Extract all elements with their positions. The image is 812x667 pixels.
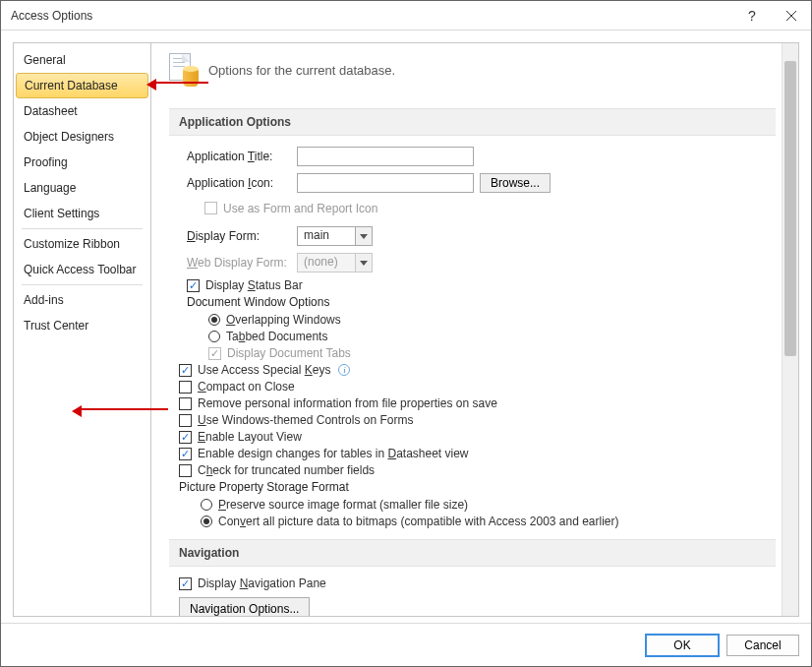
radio-icon <box>208 314 220 326</box>
checkbox-box-icon <box>179 464 192 477</box>
sidebar-item-client-settings[interactable]: Client Settings <box>14 201 150 226</box>
use-access-special-keys-checkbox[interactable]: Use Access Special Keys i <box>179 363 776 377</box>
category-sidebar: General Current Database Datasheet Objec… <box>13 42 150 617</box>
convert-to-bitmaps-radio[interactable]: Convert all picture data to bitmaps (com… <box>201 515 776 528</box>
checkbox-box-icon <box>179 431 192 444</box>
window-title: Access Options <box>11 9 732 23</box>
use-access-special-keys-label: Use Access Special Keys <box>198 363 330 377</box>
enable-design-changes-checkbox[interactable]: Enable design changes for tables in Data… <box>179 447 776 460</box>
sidebar-item-trust-center[interactable]: Trust Center <box>14 313 150 338</box>
chevron-down-icon <box>355 254 372 272</box>
section-navigation: Navigation <box>169 539 776 567</box>
display-document-tabs-checkbox: Display Document Tabs <box>208 346 768 360</box>
preserve-source-format-label: Preserve source image format (smaller fi… <box>218 498 468 512</box>
sidebar-item-datasheet[interactable]: Datasheet <box>14 98 150 124</box>
application-title-label: Application Title: <box>187 150 297 163</box>
convert-to-bitmaps-label: Convert all picture data to bitmaps (com… <box>218 515 619 528</box>
checkbox-box-icon <box>204 202 217 214</box>
compact-on-close-checkbox[interactable]: Compact on Close <box>179 380 776 394</box>
application-icon-label: Application Icon: <box>187 176 297 190</box>
titlebar: Access Options ? <box>1 1 811 30</box>
database-options-icon <box>169 53 197 87</box>
sidebar-item-customize-ribbon[interactable]: Customize Ribbon <box>14 231 150 257</box>
sidebar-item-current-database[interactable]: Current Database <box>16 73 148 98</box>
content-wrap: Options for the current database. Applic… <box>150 42 799 617</box>
checkbox-box-icon <box>179 577 192 590</box>
application-icon-input[interactable] <box>297 173 474 193</box>
remove-personal-info-checkbox[interactable]: Remove personal information from file pr… <box>179 396 776 410</box>
display-status-bar-label: Display Status Bar <box>205 278 303 292</box>
display-navigation-pane-checkbox[interactable]: Display Navigation Pane <box>179 576 776 590</box>
remove-personal-info-label: Remove personal information from file pr… <box>198 396 497 410</box>
info-icon[interactable]: i <box>338 364 350 376</box>
sidebar-item-object-designers[interactable]: Object Designers <box>14 124 150 150</box>
radio-icon <box>208 331 220 342</box>
checkbox-box-icon <box>179 397 192 410</box>
sidebar-item-add-ins[interactable]: Add-ins <box>14 287 150 313</box>
radio-icon <box>201 515 212 527</box>
dialog-footer: OK Cancel <box>1 623 811 666</box>
page-header: Options for the current database. <box>169 53 776 87</box>
chevron-down-icon <box>355 227 372 245</box>
content-pane: Options for the current database. Applic… <box>151 43 782 616</box>
preserve-source-format-radio[interactable]: Preserve source image format (smaller fi… <box>201 498 776 512</box>
checkbox-box-icon <box>208 347 221 360</box>
display-form-value: main <box>298 227 355 245</box>
check-truncated-checkbox[interactable]: Check for truncated number fields <box>179 463 776 477</box>
checkbox-box-icon <box>179 414 192 427</box>
sidebar-divider <box>22 228 143 229</box>
checkbox-box-icon <box>179 364 192 377</box>
check-truncated-label: Check for truncated number fields <box>198 463 375 477</box>
enable-layout-view-checkbox[interactable]: Enable Layout View <box>179 430 776 444</box>
vertical-scrollbar[interactable] <box>782 43 798 616</box>
use-windows-themed-controls-label: Use Windows-themed Controls on Forms <box>198 413 413 427</box>
radio-icon <box>201 499 212 511</box>
sidebar-item-general[interactable]: General <box>14 47 150 73</box>
page-header-text: Options for the current database. <box>208 63 395 78</box>
web-display-form-combo: (none) <box>297 253 373 273</box>
sidebar-item-proofing[interactable]: Proofing <box>14 150 150 175</box>
cancel-button[interactable]: Cancel <box>726 635 799 656</box>
web-display-form-label: Web Display Form: <box>187 256 297 270</box>
overlapping-windows-label: Overlapping Windows <box>226 313 341 327</box>
help-button[interactable]: ? <box>732 1 772 30</box>
display-status-bar-checkbox[interactable]: Display Status Bar <box>187 278 768 292</box>
display-document-tabs-label: Display Document Tabs <box>227 346 351 360</box>
application-title-input[interactable] <box>297 147 474 166</box>
display-form-label: Display Form: <box>187 229 297 243</box>
checkbox-box-icon <box>179 448 192 460</box>
enable-design-changes-label: Enable design changes for tables in Data… <box>198 447 469 460</box>
use-as-form-report-icon-checkbox: Use as Form and Report Icon <box>204 202 377 215</box>
use-windows-themed-controls-checkbox[interactable]: Use Windows-themed Controls on Forms <box>179 413 776 427</box>
display-navigation-pane-label: Display Navigation Pane <box>198 576 326 590</box>
navigation-options-button[interactable]: Navigation Options... <box>179 597 310 616</box>
section-application-options: Application Options <box>169 108 776 136</box>
application-options-form: Application Title: Application Icon: Bro… <box>169 146 776 363</box>
scrollbar-thumb[interactable] <box>784 61 796 356</box>
document-window-options-label: Document Window Options <box>187 295 768 309</box>
sidebar-divider <box>22 284 143 285</box>
compact-on-close-label: Compact on Close <box>198 380 295 394</box>
checkbox-box-icon <box>179 381 192 394</box>
close-icon <box>785 10 797 22</box>
sidebar-item-language[interactable]: Language <box>14 175 150 201</box>
tabbed-documents-label: Tabbed Documents <box>226 330 327 343</box>
enable-layout-view-label: Enable Layout View <box>198 430 302 444</box>
overlapping-windows-radio[interactable]: Overlapping Windows <box>208 313 768 327</box>
sidebar-item-quick-access-toolbar[interactable]: Quick Access Toolbar <box>14 257 150 282</box>
picture-storage-format-label: Picture Property Storage Format <box>179 480 776 494</box>
ok-button[interactable]: OK <box>646 635 719 656</box>
display-form-combo[interactable]: main <box>297 226 373 246</box>
web-display-form-value: (none) <box>298 254 355 272</box>
close-button[interactable] <box>772 1 811 30</box>
access-options-dialog: Access Options ? General Current Databas… <box>0 0 812 667</box>
dialog-body: General Current Database Datasheet Objec… <box>1 30 811 623</box>
use-as-form-report-icon-label: Use as Form and Report Icon <box>223 202 377 215</box>
tabbed-documents-radio[interactable]: Tabbed Documents <box>208 330 768 343</box>
browse-button[interactable]: Browse... <box>480 173 551 193</box>
checkbox-box-icon <box>187 279 200 292</box>
